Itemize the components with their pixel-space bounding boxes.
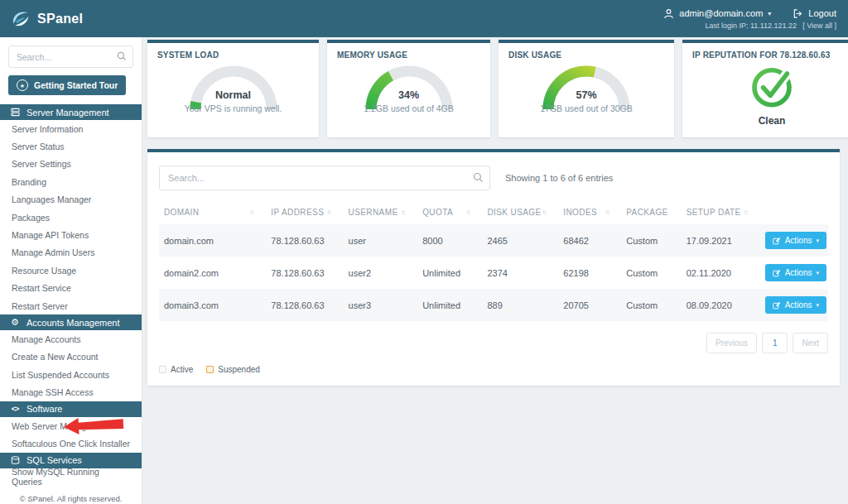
tour-star-icon: ★	[17, 79, 28, 91]
system-load-value: Normal	[157, 89, 309, 101]
cell-setup-date: 08.09.2020	[682, 289, 760, 321]
column-header-ip-address[interactable]: IP ADDRESS↑↓	[266, 201, 343, 224]
chevron-down-icon: ▾	[816, 270, 819, 276]
table-search-input[interactable]	[159, 166, 490, 190]
sidebar-item-manage-accounts[interactable]: Manage Accounts	[0, 330, 142, 348]
cell-package: Custom	[621, 224, 681, 257]
sidebar-item-manage-admin-users[interactable]: Manage Admin Users	[0, 244, 142, 262]
column-header-disk-usage[interactable]: DISK USAGE↑↓	[482, 201, 558, 224]
disk-usage-subtitle: 17GB used out of 30GB	[508, 103, 664, 113]
suspended-status-swatch	[206, 366, 214, 373]
sort-icon[interactable]: ↑↓	[465, 209, 469, 216]
getting-started-tour-button[interactable]: ★ Getting Started Tour	[8, 75, 126, 95]
column-header-setup-date[interactable]: SETUP DATE↑↓	[682, 201, 760, 224]
annotation-arrow	[62, 415, 124, 436]
sidebar-item-softaculous-one-click-installer[interactable]: Softaculous One Click Installer	[0, 434, 142, 452]
cell-disk: 889	[482, 289, 558, 321]
cell-setup-date: 17.09.2021	[682, 224, 760, 257]
pagination: Previous 1 Next	[159, 333, 828, 353]
main-content: SYSTEM LOAD Normal Your VPS is running w…	[142, 37, 848, 504]
accounts-table: DOMAIN↑↓ IP ADDRESS↑↓ USERNAME↑↓ QUOTA↑↓…	[159, 201, 828, 321]
brand[interactable]: SPanel	[10, 8, 83, 29]
cell-domain: domain3.com	[159, 289, 266, 321]
edit-icon	[773, 301, 781, 310]
actions-button[interactable]: Actions ▾	[765, 232, 826, 249]
sidebar-section-accounts-management[interactable]: ⚙ Accounts Management	[0, 314, 142, 330]
cell-disk: 2465	[482, 224, 558, 257]
logout-button[interactable]: Logout	[808, 8, 836, 18]
accounts-table-panel: Showing 1 to 6 of 6 entries DOMAIN↑↓ IP …	[147, 149, 840, 386]
column-header-quota[interactable]: QUOTA↑↓	[417, 201, 482, 224]
pagination-previous-button[interactable]: Previous	[706, 333, 757, 353]
search-icon	[473, 172, 484, 183]
sort-icon[interactable]: ↑↓	[605, 209, 608, 216]
logout-icon	[793, 8, 803, 19]
sidebar-item-resource-usage[interactable]: Resource Usage	[0, 262, 142, 279]
sidebar-item-manage-api-tokens[interactable]: Manage API Tokens	[0, 226, 142, 243]
code-icon: <>	[10, 405, 20, 413]
cell-setup-date: 02.11.2020	[682, 257, 760, 289]
sidebar-item-server-status[interactable]: Server Status	[0, 137, 142, 155]
sort-icon[interactable]: ↑↓	[249, 209, 253, 216]
cell-domain: domain.com	[159, 224, 266, 257]
memory-usage-value: 34%	[337, 89, 480, 101]
last-login-ip: Last login IP: 11.112.121.22	[705, 22, 797, 30]
disk-usage-value: 57%	[508, 89, 664, 101]
column-header-package[interactable]: PACKAGE	[621, 201, 681, 224]
sidebar-item-languages-manager[interactable]: Languages Manager	[0, 191, 142, 209]
sidebar-item-manage-ssh-access[interactable]: Manage SSH Access	[0, 383, 142, 401]
sidebar-item-packages[interactable]: Packages	[0, 209, 142, 226]
gear-icon: ⚙	[10, 317, 20, 328]
cell-quota: Unlimited	[417, 257, 482, 289]
cell-username: user3	[344, 289, 418, 321]
ip-reputation-title: IP REPUTATION FOR 78.128.60.63	[692, 50, 848, 60]
sidebar-item-restart-service[interactable]: Restart Service	[0, 280, 142, 297]
disk-usage-card: DISK USAGE 57% 17GB used out of 30GB	[499, 40, 674, 137]
chevron-down-icon[interactable]: ▾	[768, 10, 771, 17]
sidebar-section-server-management[interactable]: Server Management	[0, 104, 142, 120]
cell-disk: 2374	[482, 257, 558, 289]
pagination-next-button[interactable]: Next	[793, 333, 828, 353]
sidebar-search-input[interactable]	[8, 46, 133, 68]
system-load-card: SYSTEM LOAD Normal Your VPS is running w…	[147, 40, 319, 137]
top-navbar: SPanel admin@domain.com ▾ Logout Last lo…	[0, 0, 848, 37]
sort-icon[interactable]: ↑↓	[744, 209, 747, 216]
sidebar-item-server-information[interactable]: Server Information	[0, 120, 142, 137]
edit-icon	[773, 237, 781, 245]
cell-inodes: 20705	[558, 289, 621, 321]
system-load-title: SYSTEM LOAD	[157, 50, 309, 60]
view-all-logins-link[interactable]: [ View all ]	[802, 22, 836, 30]
actions-button[interactable]: Actions ▾	[765, 264, 826, 281]
edit-icon	[773, 269, 781, 277]
sidebar-section-sql-services[interactable]: SQL Services	[0, 453, 142, 468]
sidebar-footer-copyright: © SPanel. All rights reserved.	[0, 486, 142, 503]
status-legend: Active Suspended	[159, 365, 828, 374]
column-header-username[interactable]: USERNAME↑↓	[344, 201, 418, 224]
user-email-menu[interactable]: admin@domain.com	[679, 8, 763, 18]
sidebar-item-create-a-new-account[interactable]: Create a New Account	[0, 348, 142, 366]
table-row: domain3.com 78.128.60.63 user3 Unlimited…	[159, 289, 828, 321]
column-header-inodes[interactable]: INODES↑↓	[558, 201, 621, 224]
sort-icon[interactable]: ↑↓	[327, 209, 330, 216]
table-entries-count: Showing 1 to 6 of 6 entries	[505, 173, 613, 183]
sort-icon[interactable]: ↑↓	[542, 209, 545, 216]
sort-icon[interactable]: ↑↓	[401, 209, 404, 216]
sidebar-item-server-settings[interactable]: Server Settings	[0, 156, 142, 173]
memory-usage-card: MEMORY USAGE 34% 1.2GB used out of 4GB	[327, 40, 490, 137]
actions-button[interactable]: Actions ▾	[765, 296, 826, 314]
memory-usage-title: MEMORY USAGE	[337, 50, 480, 60]
pagination-page-1-button[interactable]: 1	[762, 333, 788, 353]
sidebar-item-restart-server[interactable]: Restart Server	[0, 297, 142, 314]
column-header-domain[interactable]: DOMAIN↑↓	[159, 201, 266, 224]
cell-package: Custom	[621, 289, 681, 321]
system-load-subtitle: Your VPS is running well.	[157, 103, 309, 113]
sidebar-item-web-server-manager[interactable]: Web Server Manager	[0, 417, 142, 434]
cell-ip: 78.128.60.63	[266, 224, 343, 257]
sidebar-item-branding[interactable]: Branding	[0, 173, 142, 190]
chevron-down-icon: ▾	[816, 238, 819, 244]
cell-quota: 8000	[417, 224, 482, 257]
table-row: domain2.com 78.128.60.63 user2 Unlimited…	[159, 257, 828, 289]
sidebar-item-show-mysql-running-queries[interactable]: Show MySQL Running Queries	[0, 468, 142, 486]
cell-username: user2	[344, 257, 418, 289]
sidebar-item-list-suspended-accounts[interactable]: List Suspended Accounts	[0, 366, 142, 383]
